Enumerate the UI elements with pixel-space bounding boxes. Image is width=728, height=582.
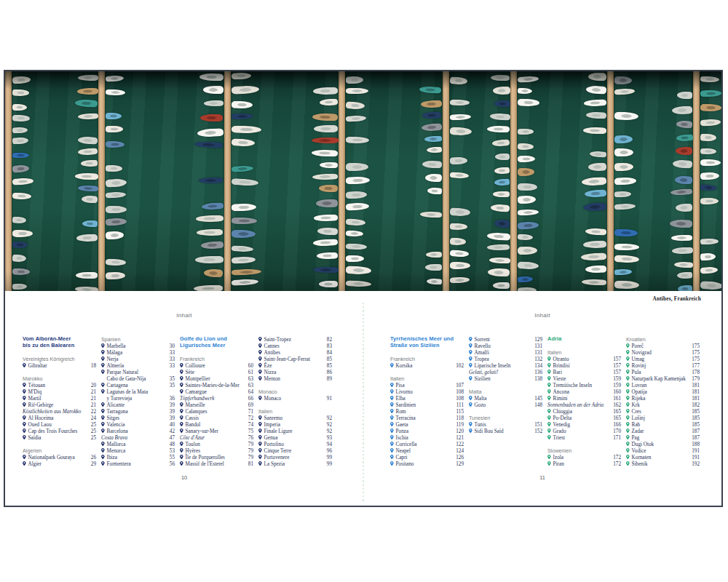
place-pin-icon (258, 422, 262, 426)
toc-entry: Formentera56 (101, 461, 175, 467)
place-pin-icon (390, 422, 394, 426)
place-pin-icon (390, 363, 394, 367)
place-pin-icon (180, 409, 183, 413)
entry-page-number: 63 (247, 376, 253, 382)
entry-page-number: 159 (612, 376, 621, 382)
section-title-text: Straße von Sizilien (390, 343, 440, 348)
entry-page-number: 56 (168, 461, 175, 467)
toc-entry: Saintes-Maries-de-la-Mer63 (180, 382, 253, 388)
entry-page-number: 85 (325, 356, 332, 362)
spine-divider-dotted-line (363, 303, 364, 503)
toc-entry-continuation: Cabo de Gata-Níja35 (101, 375, 175, 382)
entry-page-number: 138 (533, 376, 542, 382)
toc-entry: Gozo148 (469, 402, 542, 408)
place-pin-icon (469, 337, 472, 341)
toc-entry: Málaga33 (101, 349, 175, 356)
country-label-text: Kroatien (626, 337, 646, 343)
toc-spacer (390, 349, 464, 356)
country-label: Italien (547, 349, 621, 356)
place-pin-icon (626, 363, 630, 367)
entry-label: Portofino (264, 442, 284, 447)
toc-entry: Sorrent129 (469, 336, 542, 343)
section-title: Straße von Sizilien (390, 343, 464, 349)
entry-page-number: 79 (247, 442, 253, 447)
entry-page-number: 175 (690, 350, 700, 356)
place-pin-icon (180, 415, 183, 420)
entry-label: Genua (264, 435, 278, 441)
place-pin-icon (258, 350, 262, 354)
entry-page-number: 172 (612, 455, 621, 461)
place-pin-icon (258, 370, 262, 374)
toc-entry: Hyères79 (180, 447, 253, 454)
section-title-text: Tyrrhenisches Meer und (390, 336, 454, 342)
entry-page-number: 24 (90, 415, 96, 421)
place-pin-icon (390, 402, 394, 407)
toc-entry: Martil21 (23, 395, 96, 402)
toc-entry: Gibraltar18 (23, 362, 96, 369)
place-pin-icon (547, 428, 551, 433)
entry-page-number: 145 (533, 396, 542, 402)
entry-label: Sizilien (475, 376, 491, 382)
toc-entry: Korsika102 (390, 362, 464, 369)
entry-label: Calanques (186, 409, 207, 415)
entry-label: Triest (553, 435, 566, 441)
entry-page-number: 187 (690, 435, 700, 441)
toc-entry: Šibenik192 (626, 461, 700, 467)
toc-entry: Gaeta119 (390, 421, 464, 428)
place-pin-icon (547, 409, 551, 413)
place-pin-icon (626, 428, 630, 433)
country-label: Frankreich (390, 356, 464, 362)
toc-spacer (23, 369, 96, 375)
entry-label: Toulon (186, 442, 200, 447)
place-pin-icon (180, 383, 183, 387)
entry-page-number: 21 (90, 389, 96, 395)
place-pin-icon (469, 350, 472, 354)
toc-entry: Cartagena35 (101, 382, 175, 388)
toc-column: AdriaItalienOtranto157Brindisi157Bari157… (547, 336, 621, 467)
toc-entry: Nationalpark Gouraya26 (23, 454, 96, 461)
place-pin-icon (390, 389, 394, 394)
toc-entry: Capri126 (390, 454, 464, 461)
place-pin-icon (626, 455, 630, 459)
place-pin-icon (101, 409, 105, 413)
toc-entry: Brindisi157 (547, 362, 621, 369)
place-pin-icon (101, 422, 105, 426)
entry-page-number: 107 (454, 383, 464, 388)
toc-entry: Dugi Otok188 (626, 441, 700, 447)
entry-label: Rif-Gebirge (28, 402, 54, 408)
place-pin-icon (258, 461, 262, 466)
toc-entry: Neapel124 (390, 447, 464, 454)
toc-entry: Krk182 (626, 402, 700, 408)
entry-page-number: 172 (612, 461, 621, 467)
toc-entry: Île de Porquerolles79 (180, 454, 253, 461)
photo-caption: Antibes, Frankreich (652, 295, 701, 302)
entry-label: Camargue (186, 389, 207, 395)
toc-entry: Rab185 (626, 421, 700, 428)
country-label: Kroatien (626, 336, 700, 343)
toc-entry: Amalfi131 (469, 349, 542, 356)
entry-label: Pula (632, 370, 641, 375)
entry-page-number: 25 (90, 435, 96, 441)
toc-entry: Malta145 (469, 395, 542, 402)
place-pin-icon (390, 428, 394, 433)
toc-entry: Grado170 (547, 428, 621, 434)
entry-label: Livorno (396, 389, 413, 395)
place-pin-icon (23, 455, 26, 459)
entry-label: Oued Laou (28, 422, 52, 428)
entry-page-number: 151 (533, 422, 542, 428)
entry-label: Cinque Terre (264, 448, 291, 454)
place-pin-icon (101, 389, 105, 394)
toc-entry: Ibiza55 (101, 454, 175, 461)
entry-label: Kornaten (632, 455, 652, 461)
entry-label: Barcelona (107, 428, 128, 434)
entry-label: Saintes-Maries-de-la-Mer (186, 383, 240, 388)
toc-entry: Po-Delta165 (547, 415, 621, 421)
entry-label: Köstlichkeiten aus Marokko (23, 409, 81, 415)
entry-label: Krk (632, 402, 640, 408)
entry-label: Mallorca (107, 442, 126, 447)
entry-page-number: 165 (612, 409, 621, 415)
entry-label: Terracina (396, 415, 416, 421)
place-pin-icon (101, 363, 105, 367)
entry-label: Sorrent (475, 337, 490, 343)
toc-entry-feature: Côte d'Azur76 (180, 434, 253, 441)
